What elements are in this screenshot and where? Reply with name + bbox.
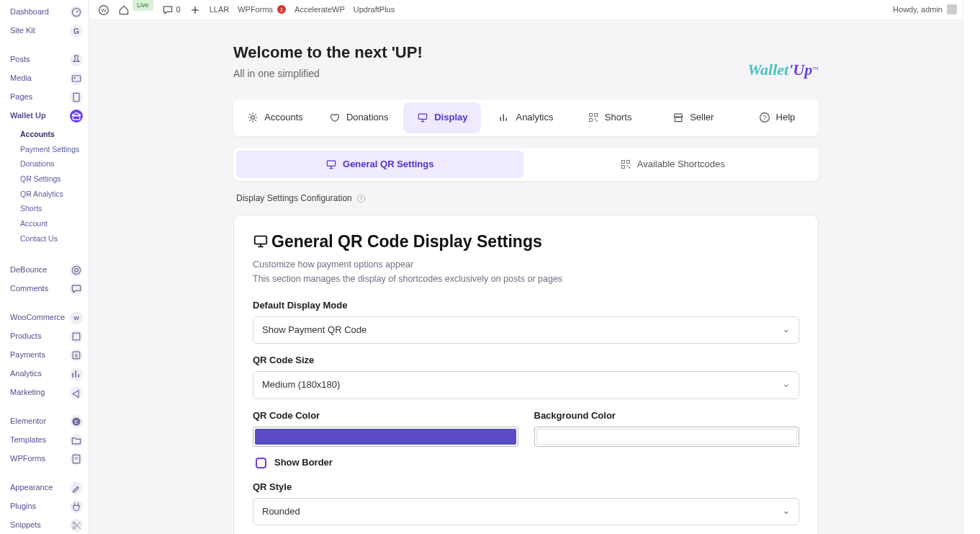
svg-point-3: [73, 77, 75, 79]
monitor-icon: [325, 159, 337, 170]
sidebar-item-products[interactable]: Products: [0, 327, 89, 346]
sidebar-item-snippets[interactable]: Snippets: [0, 516, 89, 535]
woo-icon: W: [70, 311, 83, 324]
sidebar-item-woocommerce[interactable]: WooCommerceW: [0, 308, 89, 327]
folder-icon: [70, 434, 83, 447]
border-checkbox[interactable]: [256, 458, 266, 468]
pin-icon: [70, 53, 83, 66]
svg-text:?: ?: [359, 196, 362, 202]
svg-text:W: W: [101, 7, 107, 14]
bgcolor-input[interactable]: [534, 427, 800, 447]
sidebar-item-appearance[interactable]: Appearance: [0, 479, 89, 497]
store-icon: [673, 112, 684, 123]
avatar[interactable]: [947, 4, 957, 14]
svg-rect-28: [594, 114, 597, 117]
page-title: Welcome to the next 'UP!: [233, 42, 819, 64]
plug-icon: [70, 500, 83, 513]
sidebar-item-comments[interactable]: Comments: [0, 280, 89, 298]
svg-text:$: $: [75, 352, 78, 359]
submenu-qranalytics[interactable]: QR Analytics: [13, 187, 89, 202]
svg-point-25: [251, 116, 255, 120]
sidebar-item-walletup[interactable]: Wallet Up: [0, 107, 89, 125]
style-select[interactable]: Rounded: [253, 498, 799, 525]
chart-icon: [70, 368, 83, 381]
svg-point-6: [75, 268, 78, 272]
submenu-account[interactable]: Account: [13, 216, 89, 231]
new-plus-icon[interactable]: [189, 4, 201, 16]
submenu-contact[interactable]: Contact Us: [13, 231, 89, 246]
tab-help[interactable]: ?Help: [738, 102, 816, 133]
sidebar-item-payments[interactable]: Payments$: [0, 346, 89, 365]
form-icon: [70, 453, 83, 466]
main-tabs: AccountsDonationsDisplayAnalyticsShortsS…: [233, 99, 819, 135]
tab-seller[interactable]: Seller: [655, 102, 732, 133]
tab-shorts[interactable]: Shorts: [571, 102, 649, 133]
info-icon: ?: [356, 194, 366, 203]
mega-icon: [70, 386, 83, 399]
submenu-shorts[interactable]: Shorts: [13, 201, 89, 216]
qr-icon: [588, 112, 599, 123]
sidebar-item-elementor[interactable]: ElementorE: [0, 412, 89, 431]
svg-rect-31: [596, 120, 598, 122]
subtab-general[interactable]: General QR Settings: [236, 151, 523, 178]
svg-point-14: [73, 522, 75, 524]
chat-icon: [70, 282, 83, 295]
subtab-shortcodes[interactable]: Available Shortcodes: [529, 151, 817, 178]
sidebar-item-marketing[interactable]: Marketing: [0, 383, 89, 402]
tab-display[interactable]: Display: [403, 102, 481, 133]
sidebar-item-pages[interactable]: Pages: [0, 88, 89, 107]
svg-rect-39: [629, 167, 630, 169]
gear-icon: [247, 112, 259, 123]
svg-rect-42: [255, 236, 267, 244]
topbar-llar[interactable]: LLAR: [210, 4, 230, 15]
topbar-wpforms[interactable]: WPForms1: [238, 4, 286, 15]
tab-analytics[interactable]: Analytics: [487, 102, 565, 133]
sidebar-item-posts[interactable]: Posts: [0, 50, 89, 69]
right-gutter: [963, 0, 980, 534]
submenu-donations[interactable]: Donations: [13, 156, 89, 172]
box-icon: [70, 330, 83, 343]
help-icon: ?: [759, 112, 770, 123]
size-select[interactable]: Medium (180x180): [253, 371, 799, 399]
topbar-acceleratewp[interactable]: AccelerateWP: [295, 4, 345, 15]
submenu-paymentsettings[interactable]: Payment Settings: [13, 142, 89, 157]
svg-rect-8: [73, 333, 80, 340]
sidebar-item-wpforms2[interactable]: WPForms: [0, 450, 89, 468]
submenu-accounts[interactable]: Accounts: [13, 127, 89, 142]
svg-rect-27: [589, 114, 592, 117]
home-icon[interactable]: Live: [118, 4, 153, 16]
walletup-submenu: AccountsPayment SettingsDonationsQR Sett…: [0, 125, 89, 251]
wp-logo-icon[interactable]: W: [98, 4, 109, 16]
svg-rect-36: [626, 160, 629, 163]
sidebar-item-media[interactable]: Media: [0, 69, 89, 88]
qrcolor-input[interactable]: [253, 427, 518, 447]
mode-select[interactable]: Show Payment QR Code: [253, 316, 799, 344]
gauge-icon: [70, 6, 83, 19]
size-label: QR Code Size: [253, 354, 799, 367]
main-content: Welcome to the next 'UP! All in one simp…: [89, 20, 963, 534]
svg-rect-26: [419, 115, 427, 120]
svg-rect-38: [626, 165, 628, 166]
submenu-qrsettings[interactable]: QR Settings: [13, 172, 89, 187]
dollar-icon: $: [70, 349, 83, 362]
sidebar-item-dashboard[interactable]: Dashboard: [0, 3, 89, 22]
page-subtitle: All in one simplified: [233, 67, 819, 81]
svg-rect-34: [327, 161, 335, 166]
qrcolor-label: QR Code Color: [253, 409, 518, 422]
howdy[interactable]: Howdy, admin: [893, 4, 943, 15]
mode-label: Default Display Mode: [253, 299, 799, 312]
sidebar-item-debounce[interactable]: DeBounce: [0, 261, 89, 280]
comments-topbar[interactable]: 0: [162, 4, 181, 16]
svg-text:?: ?: [763, 115, 766, 122]
heart-icon: [329, 112, 341, 123]
sidebar-item-analytics[interactable]: Analytics: [0, 365, 89, 383]
style-label: QR Style: [253, 481, 799, 494]
sidebar-item-sitekit[interactable]: Site KitG: [0, 22, 89, 40]
tab-accounts[interactable]: Accounts: [236, 102, 314, 133]
g-icon: G: [70, 25, 83, 37]
sidebar-item-templates[interactable]: Templates: [0, 431, 89, 450]
tab-donations[interactable]: Donations: [320, 102, 397, 133]
border-checkbox-row[interactable]: Show Border: [253, 455, 799, 471]
sidebar-item-plugins[interactable]: Plugins: [0, 497, 89, 516]
topbar-updraftplus[interactable]: UpdraftPlus: [354, 4, 395, 15]
